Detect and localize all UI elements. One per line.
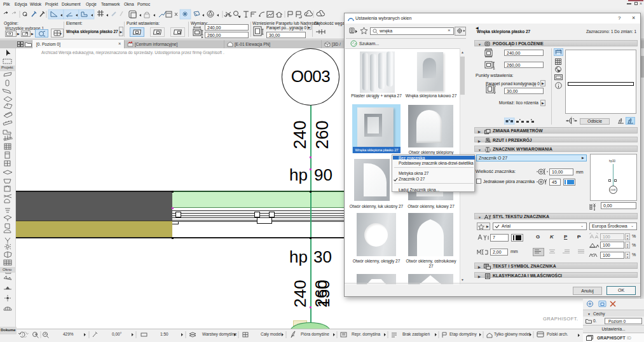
svg-text:Repr. domyślna: Repr. domyślna [352, 332, 381, 337]
svg-text:1:50: 1:50 [160, 332, 168, 336]
svg-text:Pióra domyślne: Pióra domyślne [301, 332, 329, 337]
svg-text:Brak zastąpień: Brak zastąpień [402, 332, 430, 337]
svg-text:Cały model: Cały model [261, 332, 282, 337]
svg-text:Etap domyślny: Etap domyślny [449, 332, 477, 337]
svg-text:429%: 429% [63, 332, 74, 336]
svg-text:0,00°: 0,00° [112, 332, 122, 336]
svg-text:Tylko główny model: Tylko główny model [494, 332, 530, 337]
svg-text:Warstwy domyślne: Warstwy domyślne [202, 332, 237, 337]
